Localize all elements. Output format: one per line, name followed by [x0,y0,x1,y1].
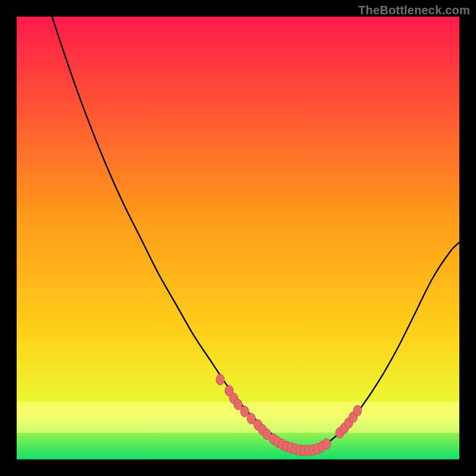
curve-marker [216,374,224,385]
curve-marker [240,406,249,417]
bottleneck-chart [17,17,459,459]
curve-marker [234,399,242,410]
curve-marker [322,439,331,449]
chart-stage: TheBottleneck.com [0,0,476,476]
watermark-text: TheBottleneck.com [358,4,470,17]
curve-marker [353,405,362,416]
plot-area [17,17,459,459]
gradient-background [17,17,459,459]
